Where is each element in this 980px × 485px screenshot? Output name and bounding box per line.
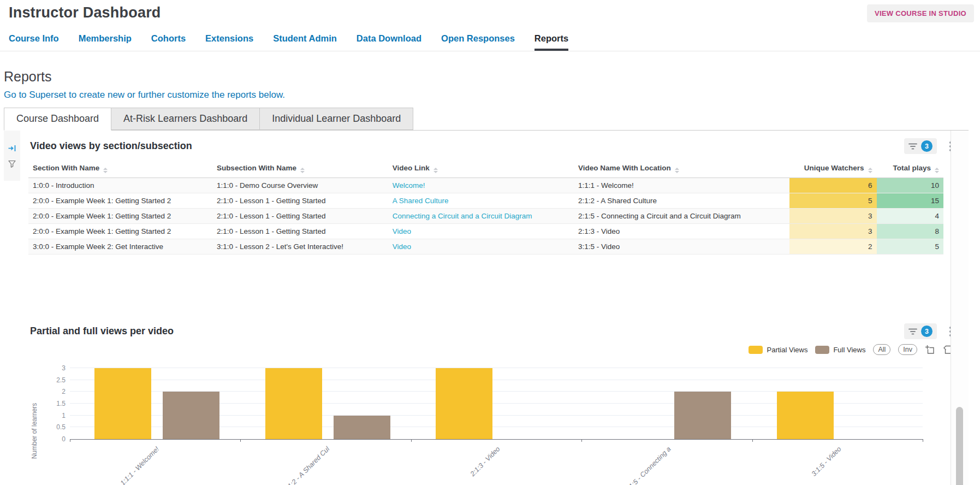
video-link[interactable]: Video xyxy=(388,239,574,255)
zoom-select-button[interactable] xyxy=(925,345,935,354)
dashboard-tab-individual-learner-dashboard[interactable]: Individual Learner Dashboard xyxy=(260,108,413,130)
nav-tab-extensions[interactable]: Extensions xyxy=(205,33,253,51)
bar-full-views-2-1-5-connecting-a[interactable] xyxy=(674,392,731,439)
legend-item-full-views[interactable]: Full Views xyxy=(815,346,865,354)
bar-full-views-2-1-2-a-shared-cul[interactable] xyxy=(334,416,390,439)
cell-video-name: 2:1:3 - Video xyxy=(574,224,790,239)
panel-scrollbar[interactable] xyxy=(951,131,969,485)
gridline xyxy=(70,368,923,368)
cell-unique-watchers: 3 xyxy=(789,224,876,239)
chart-card: Partial and full views per video 3 Parti… xyxy=(4,316,969,485)
nav-tab-membership[interactable]: Membership xyxy=(79,33,132,51)
nav-tab-student-admin[interactable]: Student Admin xyxy=(273,33,337,51)
bar-partial-views-2-1-2-a-shared-cul[interactable] xyxy=(265,368,322,439)
cell-total-plays: 5 xyxy=(877,239,943,255)
sort-icon xyxy=(935,168,939,173)
cell-total-plays: 10 xyxy=(877,178,943,193)
filter-list-icon xyxy=(908,143,917,150)
y-tick-label: 1 xyxy=(45,411,66,420)
x-axis-labels: 1:1:1 - Welcome!2:1:2 - A Shared Cul2:1:… xyxy=(70,440,923,485)
legend-item-partial-views[interactable]: Partial Views xyxy=(749,346,807,354)
nav-tab-reports[interactable]: Reports xyxy=(534,33,568,51)
y-tick-label: 0.5 xyxy=(45,423,66,431)
filter-funnel-button[interactable] xyxy=(8,160,16,168)
column-header-video-link[interactable]: Video Link xyxy=(388,159,574,178)
dashboard-tab-course-dashboard[interactable]: Course Dashboard xyxy=(4,108,111,131)
column-header-total-plays[interactable]: Total plays xyxy=(877,159,943,178)
column-label: Video Link xyxy=(393,164,430,172)
video-link[interactable]: Connecting a Circuit and a Circuit Diagr… xyxy=(388,209,574,224)
chart-applied-filters-button[interactable]: 3 xyxy=(904,323,937,339)
cell-section: 2:0:0 - Example Week 1: Getting Started … xyxy=(28,193,212,209)
cell-section: 2:0:0 - Example Week 1: Getting Started … xyxy=(28,224,212,239)
dashboard-tabs: Course DashboardAt-Risk Learners Dashboa… xyxy=(4,108,980,130)
video-views-table: Section With NameSubsection With NameVid… xyxy=(28,159,943,255)
bar-full-views-1-1-1-welcome[interactable] xyxy=(163,392,219,439)
expand-filter-bar-button[interactable] xyxy=(8,144,17,153)
cell-subsection: 2:1:0 - Lesson 1 - Getting Started xyxy=(212,193,388,209)
superset-link[interactable]: Go to Superset to create new or further … xyxy=(4,90,285,100)
table-row: 1:0:0 - Introduction1:1:0 - Demo Course … xyxy=(28,178,943,193)
column-header-video-name-with-location[interactable]: Video Name With Location xyxy=(574,159,790,178)
x-axis-label: 2:1:2 - A Shared Cul xyxy=(282,445,331,485)
column-header-section-with-name[interactable]: Section With Name xyxy=(28,159,212,178)
dashboard-tab-at-risk-learners-dashboard[interactable]: At-Risk Learners Dashboard xyxy=(111,108,260,130)
y-axis-title: Number of learners xyxy=(31,369,38,485)
chart-plot-area: 00.511.522.53 xyxy=(70,369,923,440)
table-applied-filters-button[interactable]: 3 xyxy=(904,138,937,154)
legend-all-button[interactable]: All xyxy=(873,344,890,355)
x-axis-label: 2:1:5 - Connecting a xyxy=(623,445,673,485)
nav-tab-data-download[interactable]: Data Download xyxy=(357,33,421,51)
legend-label: Full Views xyxy=(833,346,865,354)
funnel-icon xyxy=(8,160,16,168)
x-axis-label: 2:1:3 - Video xyxy=(469,445,502,478)
column-header-unique-watchers[interactable]: Unique Watchers xyxy=(789,159,876,178)
table-row: 2:0:0 - Example Week 1: Getting Started … xyxy=(28,209,943,224)
cell-unique-watchers: 5 xyxy=(789,193,876,209)
table-row: 2:0:0 - Example Week 1: Getting Started … xyxy=(28,224,943,239)
chart-filter-count-badge: 3 xyxy=(921,326,933,337)
nav-tab-open-responses[interactable]: Open Responses xyxy=(441,33,515,51)
bar-partial-views-2-1-3-video[interactable] xyxy=(436,368,492,439)
nav-tab-course-info[interactable]: Course Info xyxy=(9,33,59,51)
legend-swatch xyxy=(749,346,763,354)
video-link[interactable]: Video xyxy=(388,224,574,239)
cell-subsection: 2:1:0 - Lesson 1 - Getting Started xyxy=(212,209,388,224)
scrollbar-thumb[interactable] xyxy=(956,407,963,485)
column-label: Video Name With Location xyxy=(578,164,671,172)
y-tick-label: 2 xyxy=(45,387,66,396)
legend-swatch xyxy=(815,346,829,354)
column-header-subsection-with-name[interactable]: Subsection With Name xyxy=(212,159,388,178)
y-tick-label: 1.5 xyxy=(45,399,66,408)
y-tick-label: 0 xyxy=(45,435,66,443)
sort-icon xyxy=(675,168,679,173)
arrow-to-bar-icon xyxy=(8,144,17,153)
video-link[interactable]: A Shared Culture xyxy=(388,193,574,209)
video-link[interactable]: Welcome! xyxy=(388,178,574,193)
view-course-in-studio-button[interactable]: VIEW COURSE IN STUDIO xyxy=(867,4,974,22)
cell-video-name: 3:1:5 - Video xyxy=(574,239,790,255)
sort-icon xyxy=(300,168,305,173)
bar-partial-views-1-1-1-welcome[interactable] xyxy=(94,368,151,439)
cell-unique-watchers: 6 xyxy=(789,178,876,193)
cell-total-plays: 15 xyxy=(877,193,943,209)
sort-icon xyxy=(433,168,438,173)
table-row: 2:0:0 - Example Week 1: Getting Started … xyxy=(28,193,943,209)
nav-tab-cohorts[interactable]: Cohorts xyxy=(151,33,186,51)
cell-total-plays: 8 xyxy=(877,224,943,239)
cell-subsection: 1:1:0 - Demo Course Overview xyxy=(212,178,388,193)
bar-chart: Number of learners 00.511.522.53 1:1:1 -… xyxy=(70,369,923,485)
column-label: Section With Name xyxy=(33,164,99,172)
cell-section: 2:0:0 - Example Week 1: Getting Started … xyxy=(28,209,212,224)
x-axis-label: 3:1:5 - Video xyxy=(810,445,843,478)
table-row: 3:0:0 - Example Week 2: Get Interactive3… xyxy=(28,239,943,255)
legend-inv-button[interactable]: Inv xyxy=(898,344,917,355)
table-card-title: Video views by section/subsection xyxy=(30,140,192,152)
chart-toolbar: Partial ViewsFull ViewsAllInv xyxy=(4,339,969,355)
cell-video-name: 2:1:5 - Connecting a Circuit and a Circu… xyxy=(574,209,790,224)
gridline xyxy=(70,380,923,380)
y-tick-label: 2.5 xyxy=(45,376,66,385)
column-label: Subsection With Name xyxy=(217,164,296,172)
bar-partial-views-3-1-5-video[interactable] xyxy=(777,392,834,439)
x-axis-label: 1:1:1 - Welcome! xyxy=(119,445,161,485)
